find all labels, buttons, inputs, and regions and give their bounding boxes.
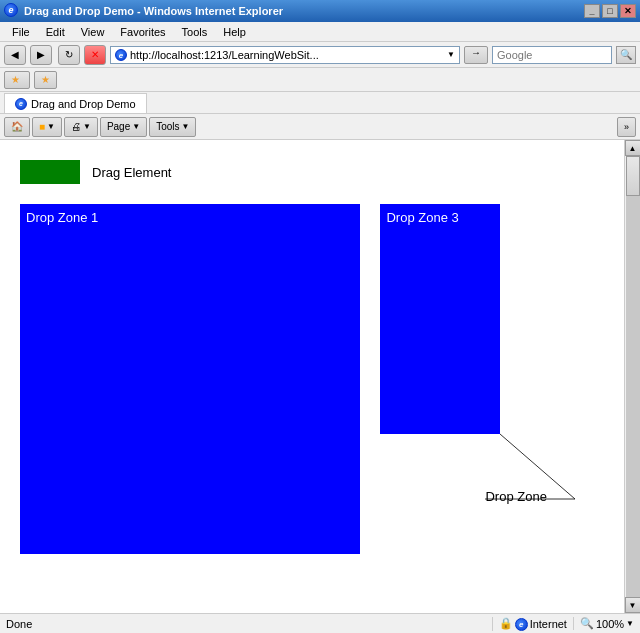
tools-dropdown-icon: ▼ [182,122,190,131]
tools-button[interactable]: Tools ▼ [149,117,196,137]
tab-drag-drop[interactable]: e Drag and Drop Demo [4,93,147,113]
drop-zone-1-label: Drop Zone 1 [26,210,98,225]
zoom-text: 100% [596,618,624,630]
maximize-button[interactable]: □ [602,4,618,18]
star2-icon: ★ [41,74,50,85]
menu-view[interactable]: View [73,24,113,40]
feeds-button[interactable]: ■ ▼ [32,117,62,137]
drop-zone-2-area: Drop Zone 3 Drop Zone [380,204,604,554]
address-field[interactable]: e http://localhost:1213/LearningWebSit..… [110,46,460,64]
page-icon: e [115,48,127,62]
scroll-up-button[interactable]: ▲ [625,140,641,156]
zone-text: Internet [530,618,567,630]
lock-icon: 🔒 [499,617,513,630]
add-tab-button[interactable]: ★ [34,71,57,89]
search-button[interactable]: 🔍 [616,46,636,64]
tab-bar: e Drag and Drop Demo [0,92,640,114]
reload-button[interactable]: ↻ [58,45,80,65]
drop-zone-1[interactable]: Drop Zone 1 [20,204,360,554]
scroll-down-button[interactable]: ▼ [625,597,641,613]
back-button[interactable]: ◀ [4,45,26,65]
drop-zone-annotation-label: Drop Zone [485,489,546,504]
address-text: http://localhost:1213/LearningWebSit... [130,49,319,61]
drag-element-row: Drag Element [20,160,604,184]
search-input[interactable] [492,46,612,64]
menu-edit[interactable]: Edit [38,24,73,40]
status-text: Done [6,618,484,630]
go-button[interactable]: → [464,46,488,64]
drag-label: Drag Element [92,165,171,180]
print-icon: 🖨 [71,121,81,132]
browser-viewport: Drag Element Drop Zone 1 Drop Zone 3 [0,140,640,613]
tools-label: Tools [156,121,179,132]
menu-bar: File Edit View Favorites Tools Help [0,22,640,42]
zoom-icon: 🔍 [580,617,594,630]
vertical-scrollbar: ▲ ▼ [624,140,640,613]
address-bar: ◀ ▶ ↻ ✕ e http://localhost:1213/Learning… [0,42,640,68]
title-buttons: _ □ ✕ [584,4,636,18]
menu-file[interactable]: File [4,24,38,40]
page-label: Page [107,121,130,132]
zoom-control[interactable]: 🔍 100% ▼ [573,617,634,630]
status-bar: Done 🔒 e Internet 🔍 100% ▼ [0,613,640,633]
menu-tools[interactable]: Tools [174,24,216,40]
home-button[interactable]: 🏠 [4,117,30,137]
security-zone: 🔒 e Internet [492,617,567,631]
tab-favicon: e [15,98,27,110]
window-icon: e [4,3,20,19]
stop-button[interactable]: ✕ [84,45,106,65]
close-button[interactable]: ✕ [620,4,636,18]
tab-label: Drag and Drop Demo [31,98,136,110]
window-title: Drag and Drop Demo - Windows Internet Ex… [24,5,584,17]
drop-zone-3[interactable]: Drop Zone 3 [380,204,500,434]
add-favorites-button[interactable]: ★ [4,71,30,89]
minimize-button[interactable]: _ [584,4,600,18]
page-dropdown-icon: ▼ [132,122,140,131]
scrollbar-track[interactable] [626,156,640,597]
status-right: 🔒 e Internet 🔍 100% ▼ [492,617,634,631]
page-button[interactable]: Page ▼ [100,117,147,137]
ie-zone-icon: e [515,617,528,631]
content-area: Drag Element Drop Zone 1 Drop Zone 3 [0,140,624,613]
expand-button[interactable]: » [617,117,636,137]
drop-zone-3-label: Drop Zone 3 [386,210,458,225]
drag-element[interactable] [20,160,80,184]
print-dropdown-icon: ▼ [83,122,91,131]
menu-favorites[interactable]: Favorites [112,24,173,40]
scrollbar-thumb[interactable] [626,156,640,196]
star-icon: ★ [11,74,20,85]
feeds-dropdown-icon: ▼ [47,122,55,131]
toolbar-row: 🏠 ■ ▼ 🖨 ▼ Page ▼ Tools ▼ » [0,114,640,140]
favorites-bar: ★ ★ [0,68,640,92]
title-bar: e Drag and Drop Demo - Windows Internet … [0,0,640,22]
print-button[interactable]: 🖨 ▼ [64,117,98,137]
feeds-icon: ■ [39,121,45,132]
forward-button[interactable]: ▶ [30,45,52,65]
address-dropdown-icon[interactable]: ▼ [447,50,455,59]
zoom-dropdown-icon: ▼ [626,619,634,628]
home-icon: 🏠 [11,121,23,132]
zones-row: Drop Zone 1 Drop Zone 3 Drop Zone [20,204,604,554]
menu-help[interactable]: Help [215,24,254,40]
